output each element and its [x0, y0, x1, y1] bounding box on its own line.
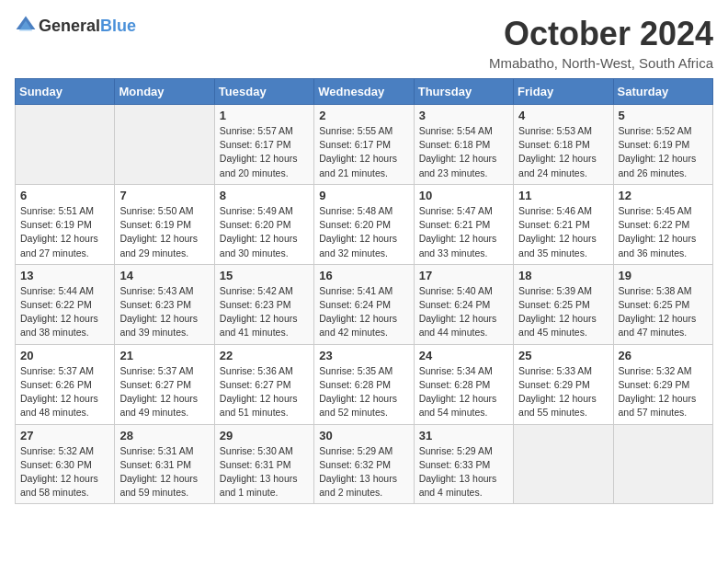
day-number: 7 — [119, 189, 209, 202]
day-number: 3 — [419, 109, 508, 122]
day-number: 29 — [220, 429, 309, 442]
day-cell: 13Sunrise: 5:44 AM Sunset: 6:22 PM Dayli… — [16, 264, 115, 344]
day-cell — [613, 424, 712, 504]
day-number: 5 — [619, 109, 708, 122]
day-cell — [514, 424, 613, 504]
day-cell: 16Sunrise: 5:41 AM Sunset: 6:24 PM Dayli… — [314, 264, 414, 344]
day-info: Sunrise: 5:53 AM Sunset: 6:18 PM Dayligh… — [518, 124, 608, 180]
day-cell: 27Sunrise: 5:32 AM Sunset: 6:30 PM Dayli… — [16, 424, 115, 504]
day-info: Sunrise: 5:42 AM Sunset: 6:23 PM Dayligh… — [220, 284, 309, 340]
day-number: 9 — [319, 189, 408, 202]
day-cell: 3Sunrise: 5:54 AM Sunset: 6:18 PM Daylig… — [414, 105, 513, 185]
day-cell: 23Sunrise: 5:35 AM Sunset: 6:28 PM Dayli… — [314, 344, 414, 424]
day-number: 21 — [119, 349, 209, 362]
day-number: 13 — [20, 269, 109, 282]
day-cell: 7Sunrise: 5:50 AM Sunset: 6:19 PM Daylig… — [115, 184, 214, 264]
month-title: October 2024 — [489, 15, 713, 53]
day-info: Sunrise: 5:33 AM Sunset: 6:29 PM Dayligh… — [518, 364, 608, 420]
day-number: 23 — [319, 349, 408, 362]
day-number: 11 — [518, 189, 608, 202]
day-cell: 29Sunrise: 5:30 AM Sunset: 6:31 PM Dayli… — [214, 424, 313, 504]
day-number: 24 — [419, 349, 508, 362]
day-cell: 2Sunrise: 5:55 AM Sunset: 6:17 PM Daylig… — [314, 105, 414, 185]
day-info: Sunrise: 5:46 AM Sunset: 6:21 PM Dayligh… — [518, 204, 608, 260]
day-header-friday: Friday — [514, 79, 613, 105]
location: Mmabatho, North-West, South Africa — [489, 55, 713, 71]
day-number: 25 — [518, 349, 608, 362]
day-info: Sunrise: 5:37 AM Sunset: 6:26 PM Dayligh… — [20, 364, 109, 420]
day-cell — [16, 105, 115, 185]
day-cell: 4Sunrise: 5:53 AM Sunset: 6:18 PM Daylig… — [514, 105, 613, 185]
calendar-table: SundayMondayTuesdayWednesdayThursdayFrid… — [15, 78, 713, 504]
day-cell: 9Sunrise: 5:48 AM Sunset: 6:20 PM Daylig… — [314, 184, 414, 264]
day-cell: 28Sunrise: 5:31 AM Sunset: 6:31 PM Dayli… — [115, 424, 214, 504]
day-number: 6 — [20, 189, 109, 202]
logo: GeneralBlue — [15, 15, 136, 37]
day-cell — [115, 105, 214, 185]
day-info: Sunrise: 5:38 AM Sunset: 6:25 PM Dayligh… — [619, 284, 708, 340]
day-number: 15 — [220, 269, 309, 282]
day-info: Sunrise: 5:43 AM Sunset: 6:23 PM Dayligh… — [119, 284, 209, 340]
day-cell: 6Sunrise: 5:51 AM Sunset: 6:19 PM Daylig… — [16, 184, 115, 264]
day-number: 2 — [319, 109, 408, 122]
day-number: 12 — [619, 189, 708, 202]
day-info: Sunrise: 5:41 AM Sunset: 6:24 PM Dayligh… — [319, 284, 408, 340]
day-number: 28 — [119, 429, 209, 442]
day-cell: 17Sunrise: 5:40 AM Sunset: 6:24 PM Dayli… — [414, 264, 513, 344]
day-cell: 31Sunrise: 5:29 AM Sunset: 6:33 PM Dayli… — [414, 424, 513, 504]
day-cell: 15Sunrise: 5:42 AM Sunset: 6:23 PM Dayli… — [214, 264, 313, 344]
day-cell: 10Sunrise: 5:47 AM Sunset: 6:21 PM Dayli… — [414, 184, 513, 264]
day-info: Sunrise: 5:34 AM Sunset: 6:28 PM Dayligh… — [419, 364, 508, 420]
day-number: 8 — [220, 189, 309, 202]
week-row-4: 20Sunrise: 5:37 AM Sunset: 6:26 PM Dayli… — [16, 344, 713, 424]
day-cell: 20Sunrise: 5:37 AM Sunset: 6:26 PM Dayli… — [16, 344, 115, 424]
day-number: 30 — [319, 429, 408, 442]
day-info: Sunrise: 5:36 AM Sunset: 6:27 PM Dayligh… — [220, 364, 309, 420]
day-info: Sunrise: 5:29 AM Sunset: 6:32 PM Dayligh… — [319, 444, 408, 500]
week-row-3: 13Sunrise: 5:44 AM Sunset: 6:22 PM Dayli… — [16, 264, 713, 344]
day-info: Sunrise: 5:32 AM Sunset: 6:30 PM Dayligh… — [20, 444, 109, 500]
day-info: Sunrise: 5:45 AM Sunset: 6:22 PM Dayligh… — [619, 204, 708, 260]
day-cell: 8Sunrise: 5:49 AM Sunset: 6:20 PM Daylig… — [214, 184, 313, 264]
day-cell: 30Sunrise: 5:29 AM Sunset: 6:32 PM Dayli… — [314, 424, 414, 504]
logo-icon — [15, 15, 37, 37]
day-info: Sunrise: 5:37 AM Sunset: 6:27 PM Dayligh… — [119, 364, 209, 420]
day-number: 27 — [20, 429, 109, 442]
day-number: 20 — [20, 349, 109, 362]
day-header-thursday: Thursday — [414, 79, 513, 105]
day-header-sunday: Sunday — [16, 79, 115, 105]
day-info: Sunrise: 5:35 AM Sunset: 6:28 PM Dayligh… — [319, 364, 408, 420]
day-number: 19 — [619, 269, 708, 282]
day-info: Sunrise: 5:50 AM Sunset: 6:19 PM Dayligh… — [119, 204, 209, 260]
day-header-tuesday: Tuesday — [214, 79, 313, 105]
day-number: 22 — [220, 349, 309, 362]
day-cell: 25Sunrise: 5:33 AM Sunset: 6:29 PM Dayli… — [514, 344, 613, 424]
week-row-2: 6Sunrise: 5:51 AM Sunset: 6:19 PM Daylig… — [16, 184, 713, 264]
day-header-saturday: Saturday — [613, 79, 712, 105]
day-number: 4 — [518, 109, 608, 122]
day-info: Sunrise: 5:29 AM Sunset: 6:33 PM Dayligh… — [419, 444, 508, 500]
day-info: Sunrise: 5:57 AM Sunset: 6:17 PM Dayligh… — [220, 124, 309, 180]
day-info: Sunrise: 5:47 AM Sunset: 6:21 PM Dayligh… — [419, 204, 508, 260]
day-cell: 5Sunrise: 5:52 AM Sunset: 6:19 PM Daylig… — [613, 105, 712, 185]
day-info: Sunrise: 5:55 AM Sunset: 6:17 PM Dayligh… — [319, 124, 408, 180]
day-number: 1 — [220, 109, 309, 122]
days-header-row: SundayMondayTuesdayWednesdayThursdayFrid… — [16, 79, 713, 105]
day-cell: 22Sunrise: 5:36 AM Sunset: 6:27 PM Dayli… — [214, 344, 313, 424]
day-number: 31 — [419, 429, 508, 442]
day-cell: 12Sunrise: 5:45 AM Sunset: 6:22 PM Dayli… — [613, 184, 712, 264]
day-info: Sunrise: 5:40 AM Sunset: 6:24 PM Dayligh… — [419, 284, 508, 340]
day-info: Sunrise: 5:52 AM Sunset: 6:19 PM Dayligh… — [619, 124, 708, 180]
day-cell: 24Sunrise: 5:34 AM Sunset: 6:28 PM Dayli… — [414, 344, 513, 424]
day-number: 17 — [419, 269, 508, 282]
week-row-5: 27Sunrise: 5:32 AM Sunset: 6:30 PM Dayli… — [16, 424, 713, 504]
day-cell: 19Sunrise: 5:38 AM Sunset: 6:25 PM Dayli… — [613, 264, 712, 344]
day-number: 26 — [619, 349, 708, 362]
day-info: Sunrise: 5:51 AM Sunset: 6:19 PM Dayligh… — [20, 204, 109, 260]
day-info: Sunrise: 5:39 AM Sunset: 6:25 PM Dayligh… — [518, 284, 608, 340]
day-info: Sunrise: 5:44 AM Sunset: 6:22 PM Dayligh… — [20, 284, 109, 340]
header: GeneralBlue October 2024 Mmabatho, North… — [15, 15, 713, 71]
logo-general: General — [39, 17, 100, 35]
day-number: 10 — [419, 189, 508, 202]
day-cell: 1Sunrise: 5:57 AM Sunset: 6:17 PM Daylig… — [214, 105, 313, 185]
